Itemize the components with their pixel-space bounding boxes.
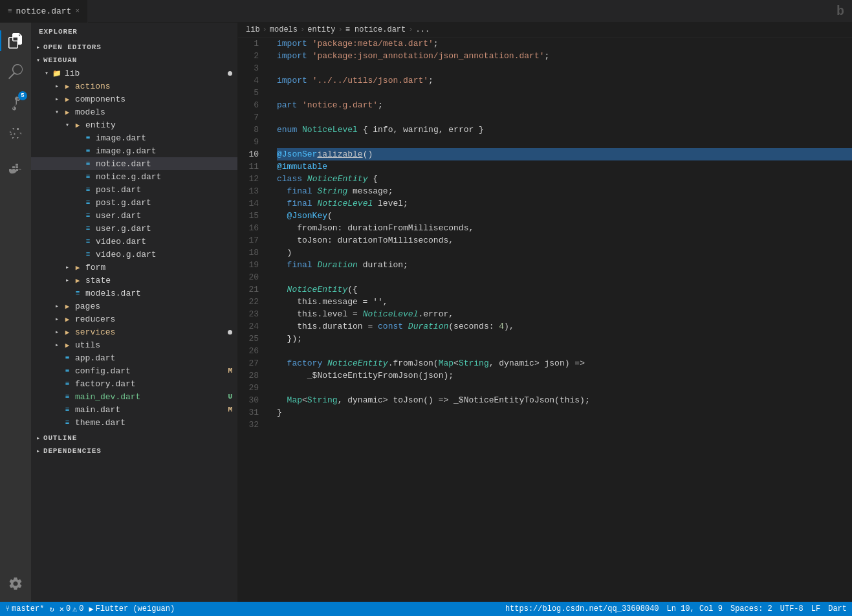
code-line-5 <box>277 87 852 99</box>
code-line-2: import 'package:json_annotation/json_ann… <box>277 50 852 62</box>
post-g-dart-label: post.g.dart <box>96 198 237 208</box>
ln-26: 26 <box>238 345 264 357</box>
user-dart-label: user.dart <box>96 211 237 221</box>
code-editor[interactable]: 1 2 3 4 5 6 7 8 9 10 11 12 13 14 15 16 1… <box>238 38 852 602</box>
tree-item-pages[interactable]: ▶ pages <box>31 300 237 313</box>
tree-item-actions[interactable]: ▶ actions <box>31 80 237 93</box>
search-icon[interactable] <box>0 56 31 87</box>
tree-item-image-dart[interactable]: ≡ image.dart <box>31 131 237 144</box>
ln-21: 21 <box>238 283 264 296</box>
ln-2: 2 <box>238 50 264 62</box>
tree-item-image-g-dart[interactable]: ≡ image.g.dart <box>31 144 237 157</box>
errors-status[interactable]: ✕ 0 ⚠ 0 <box>60 604 84 614</box>
sidebar: EXPLORER ▸ OPEN EDITORS ▾ WEIGUAN 📁 lib … <box>31 23 238 602</box>
tree-item-factory-dart[interactable]: ≡ factory.dart <box>31 377 237 390</box>
code-line-17: toJson: durationToMilliseconds, <box>277 234 852 247</box>
tree-item-models-dart[interactable]: ≡ models.dart <box>31 287 237 300</box>
docker-icon[interactable] <box>0 155 31 186</box>
tree-item-utils[interactable]: ▶ utils <box>31 338 237 351</box>
tab-close-button[interactable]: × <box>75 7 80 15</box>
tree-item-theme-dart[interactable]: ≡ theme.dart <box>31 416 237 429</box>
main-dev-dart-badge: U <box>228 393 232 401</box>
code-line-27: factory NoticeEntity.fromJson(Map<String… <box>277 357 852 369</box>
code-line-13: final String message; <box>277 185 852 197</box>
breadcrumb: lib › models › entity › ≡ notice.dart › … <box>238 23 852 38</box>
user-g-dart-icon: ≡ <box>83 223 93 234</box>
lineending-status[interactable]: LF <box>811 604 820 613</box>
dependencies-header[interactable]: ▸ DEPENDENCIES <box>31 445 237 457</box>
tree-item-services[interactable]: ▶ services <box>31 325 237 338</box>
config-dart-badge: M <box>228 367 232 375</box>
url-status[interactable]: https://blog.csdn.net/qq_33608040 <box>505 604 659 613</box>
spaces-label: Spaces: 2 <box>730 604 772 613</box>
open-editors-header[interactable]: ▸ OPEN EDITORS <box>31 41 237 54</box>
flutter-status[interactable]: ▶ Flutter (weiguan) <box>89 604 175 614</box>
ln-7: 7 <box>238 111 264 124</box>
pages-arrow <box>52 301 62 311</box>
code-line-19: final Duration duration; <box>277 259 852 271</box>
code-content[interactable]: import 'package:meta/meta.dart'; import … <box>272 38 852 602</box>
tab-filename: notice.dart <box>16 6 72 16</box>
tree-item-user-dart[interactable]: ≡ user.dart <box>31 209 237 222</box>
position-status[interactable]: Ln 10, Col 9 <box>667 604 723 613</box>
tree-item-post-g-dart[interactable]: ≡ post.g.dart <box>31 196 237 209</box>
breadcrumb-sep3: › <box>338 25 342 34</box>
code-line-3 <box>277 62 852 74</box>
weiguan-header[interactable]: ▾ WEIGUAN <box>31 54 237 67</box>
tree-item-main-dev-dart[interactable]: ≡ main_dev.dart U <box>31 390 237 403</box>
sync-status[interactable]: ↻ <box>49 604 54 614</box>
ln-6: 6 <box>238 99 264 111</box>
ln-10: 10 <box>238 148 264 160</box>
code-line-6: part 'notice.g.dart'; <box>277 99 852 111</box>
tree-item-notice-g-dart[interactable]: ≡ notice.g.dart <box>31 170 237 183</box>
services-label: services <box>75 327 228 337</box>
code-line-25: }); <box>277 333 852 345</box>
spaces-status[interactable]: Spaces: 2 <box>730 604 772 613</box>
extensions-icon[interactable] <box>0 118 31 149</box>
code-line-24: this.duration = const Duration(seconds: … <box>277 320 852 333</box>
tab-bar: ≡ notice.dart × b <box>0 0 852 23</box>
settings-icon[interactable] <box>0 571 31 602</box>
tree-item-user-g-dart[interactable]: ≡ user.g.dart <box>31 222 237 235</box>
position-label: Ln 10, Col 9 <box>667 604 723 613</box>
encoding-status[interactable]: UTF-8 <box>780 604 803 613</box>
files-icon[interactable] <box>0 25 31 56</box>
active-tab[interactable]: ≡ notice.dart × <box>0 0 88 23</box>
tree-item-models[interactable]: ▶ models <box>31 105 237 118</box>
tree-item-form[interactable]: ▶ form <box>31 261 237 274</box>
user-dart-icon: ≡ <box>83 210 93 221</box>
code-line-18: ) <box>277 247 852 259</box>
actions-arrow <box>52 81 62 91</box>
main-dart-icon: ≡ <box>62 404 72 415</box>
line-numbers: 1 2 3 4 5 6 7 8 9 10 11 12 13 14 15 16 1… <box>238 38 272 602</box>
services-folder-icon: ▶ <box>62 327 72 337</box>
actions-label: actions <box>75 82 237 91</box>
lib-folder-icon: 📁 <box>52 68 62 78</box>
tree-item-notice-dart[interactable]: ≡ notice.dart <box>31 157 237 170</box>
source-control-icon[interactable]: 5 <box>0 87 31 118</box>
language-status[interactable]: Dart <box>828 604 847 613</box>
tree-item-reducers[interactable]: ▶ reducers <box>31 313 237 325</box>
tree-item-entity[interactable]: ▶ entity <box>31 118 237 131</box>
dependencies-label: DEPENDENCIES <box>43 447 102 455</box>
utils-folder-icon: ▶ <box>62 340 72 350</box>
tree-item-video-g-dart[interactable]: ≡ video.g.dart <box>31 248 237 261</box>
breadcrumb-entity: entity <box>307 25 335 34</box>
tree-item-components[interactable]: ▶ components <box>31 93 237 105</box>
ln-29: 29 <box>238 382 264 394</box>
tree-item-video-dart[interactable]: ≡ video.dart <box>31 235 237 248</box>
code-line-28: _$NoticeEntityFromJson(json); <box>277 369 852 382</box>
tree-item-post-dart[interactable]: ≡ post.dart <box>31 183 237 196</box>
tree-item-app-dart[interactable]: ≡ app.dart <box>31 351 237 364</box>
tree-item-main-dart[interactable]: ≡ main.dart M <box>31 403 237 416</box>
open-editors-arrow: ▸ <box>36 43 41 51</box>
user-g-dart-label: user.g.dart <box>96 224 237 234</box>
branch-status[interactable]: ⑂ master* <box>5 604 44 613</box>
breadcrumb-sep4: › <box>408 25 413 34</box>
tree-item-state[interactable]: ▶ state <box>31 274 237 287</box>
tree-item-lib[interactable]: 📁 lib <box>31 67 237 80</box>
code-line-26 <box>277 345 852 357</box>
branch-label: master* <box>12 604 44 613</box>
outline-header[interactable]: ▸ OUTLINE <box>31 432 237 445</box>
tree-item-config-dart[interactable]: ≡ config.dart M <box>31 364 237 377</box>
